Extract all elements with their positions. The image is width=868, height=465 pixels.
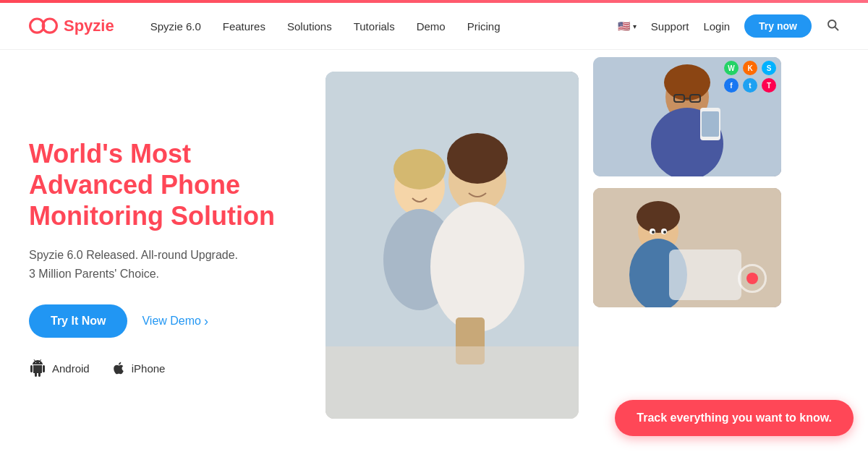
side-images: W K S f t T [593, 57, 781, 307]
social-icons-overlay: W K S f t T [724, 61, 778, 93]
svg-point-11 [393, 149, 446, 189]
try-it-now-button[interactable]: Try It Now [29, 304, 127, 338]
hero-buttons: Try It Now View Demo › [29, 304, 304, 338]
svg-rect-31 [669, 249, 741, 300]
tiktok-icon: T [762, 78, 776, 93]
support-link[interactable]: Support [651, 20, 689, 33]
twitter-icon: t [743, 78, 757, 93]
iphone-label: iPhone [132, 362, 166, 375]
hero-description: Spyzie 6.0 Released. All-round Upgrade. … [29, 246, 304, 283]
android-icon [29, 359, 46, 377]
nav-demo[interactable]: Demo [417, 20, 446, 33]
svg-point-25 [637, 201, 680, 233]
iphone-badge: iPhone [111, 359, 166, 377]
svg-point-16 [664, 64, 710, 101]
child-tablet-image [593, 188, 781, 307]
facebook-icon: f [724, 78, 739, 93]
teen-phone-image: W K S f t T [593, 57, 781, 176]
svg-rect-21 [702, 111, 719, 137]
track-cta-pill: Track everything you want to know. [615, 400, 854, 436]
login-link[interactable]: Login [703, 20, 730, 33]
record-overlay [738, 264, 767, 293]
mother-child-illustration [326, 72, 579, 419]
svg-point-29 [652, 231, 655, 234]
view-demo-link[interactable]: View Demo › [142, 314, 208, 329]
view-demo-label: View Demo [142, 315, 201, 328]
hero-content: World's Most Advanced Phone Monitoring S… [29, 50, 318, 465]
flag-icon: 🇺🇸 [618, 20, 630, 32]
nav-solutions[interactable]: Solutions [287, 20, 332, 33]
whatsapp-icon: W [724, 61, 739, 75]
record-dot [746, 273, 758, 284]
nav-links: Spyzie 6.0 Features Solutions Tutorials … [150, 20, 618, 33]
kik-icon: K [743, 61, 757, 75]
hero-images: W K S f t T [326, 50, 868, 465]
try-now-button[interactable]: Try now [744, 14, 812, 38]
main-hero-image [326, 72, 579, 419]
arrow-icon: › [204, 314, 208, 329]
svg-point-8 [430, 202, 524, 332]
svg-point-30 [663, 231, 666, 234]
platform-badges: Android iPhone [29, 359, 304, 377]
nav-pricing[interactable]: Pricing [467, 20, 501, 33]
chevron-down-icon: ▾ [633, 22, 637, 30]
skype-icon: S [762, 61, 776, 75]
search-icon[interactable] [826, 18, 839, 35]
svg-point-10 [447, 133, 508, 184]
hero-title: World's Most Advanced Phone Monitoring S… [29, 138, 304, 232]
logo-text: Spyzie [64, 17, 114, 35]
nav-right: 🇺🇸 ▾ Support Login Try now [618, 14, 839, 38]
logo-link[interactable]: Spyzie [29, 16, 114, 36]
apple-icon [111, 359, 126, 377]
record-ring [738, 264, 767, 293]
navbar: Spyzie Spyzie 6.0 Features Solutions Tut… [0, 3, 868, 50]
android-label: Android [52, 362, 90, 375]
svg-line-3 [835, 27, 838, 30]
logo-icon [29, 16, 58, 36]
nav-tutorials[interactable]: Tutorials [354, 20, 395, 33]
svg-rect-12 [326, 346, 579, 419]
nav-spyzie60[interactable]: Spyzie 6.0 [150, 20, 201, 33]
nav-features[interactable]: Features [223, 20, 265, 33]
android-badge: Android [29, 359, 90, 377]
hero-section: World's Most Advanced Phone Monitoring S… [0, 50, 868, 465]
language-selector[interactable]: 🇺🇸 ▾ [618, 20, 637, 32]
